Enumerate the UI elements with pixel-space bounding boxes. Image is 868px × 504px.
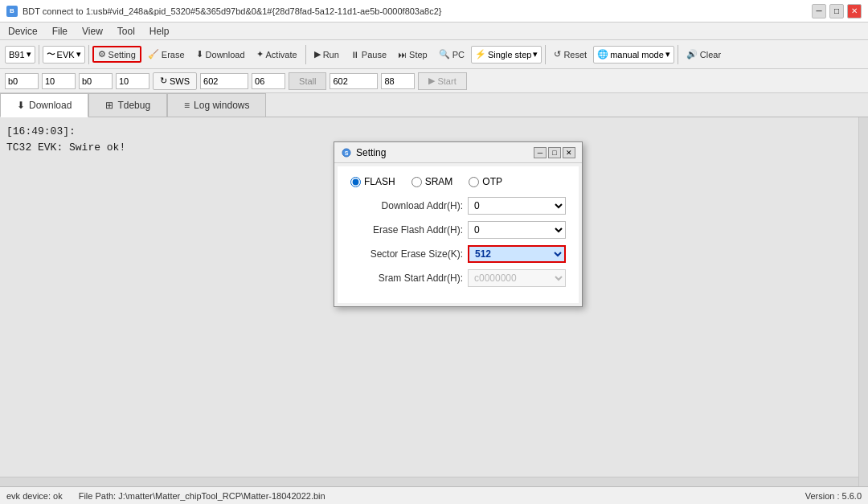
input-b0-2[interactable] — [79, 73, 113, 89]
radio-flash[interactable]: FLASH — [350, 176, 395, 187]
activate-button[interactable]: ✦ Activate — [252, 47, 302, 62]
input-10-2[interactable] — [116, 73, 149, 89]
sector-erase-size-select[interactable]: 512 — [468, 245, 566, 263]
input-10-1[interactable] — [42, 73, 76, 89]
setting-button[interactable]: Setting — [92, 46, 141, 63]
single-step-icon: ⚡ — [475, 49, 486, 59]
erase-icon: 🧹 — [148, 49, 159, 59]
run-icon: ▶ — [314, 49, 321, 59]
dialog-window-controls[interactable]: ─ □ ✕ — [534, 147, 575, 158]
download-addr-label: Download Addr(H): — [350, 200, 463, 211]
reset-button[interactable]: ↺ Reset — [549, 47, 592, 62]
pc-icon: 🔍 — [439, 49, 450, 59]
single-step-label: Single step — [488, 50, 531, 59]
activate-icon: ✦ — [256, 49, 264, 59]
manual-mode-icon: 🌐 — [597, 49, 608, 59]
tab-log[interactable]: ≡ Log windows — [167, 93, 266, 117]
sws-label: SWS — [170, 76, 190, 86]
single-step-selector[interactable]: ⚡ Single step ▾ — [471, 46, 542, 64]
tab-download-icon: ⬇ — [17, 100, 25, 111]
manual-mode-selector[interactable]: 🌐 manual mode ▾ — [593, 46, 674, 64]
download-button[interactable]: Download — [191, 47, 250, 62]
window-title: BDT connect to 1:usb#vid_248a&pid_5320#5… — [23, 6, 442, 16]
input-602-1[interactable] — [200, 73, 248, 89]
minimize-button[interactable]: ─ — [812, 4, 826, 18]
stall-label: Stall — [299, 76, 316, 86]
file-path: File Path: J:\matter\Matter_chipTool_RCP… — [79, 491, 326, 501]
sector-erase-size-row: Sector Erase Size(K): 512 — [350, 245, 566, 263]
evk-selector[interactable]: 〜 EVK ▾ — [43, 46, 85, 64]
modal-overlay: S Setting ─ □ ✕ FLASH — [0, 117, 868, 486]
pause-label: Pause — [362, 50, 387, 59]
close-button[interactable]: ✕ — [847, 4, 862, 18]
menu-view[interactable]: View — [79, 25, 106, 38]
stall-button: Stall — [289, 72, 326, 90]
clear-button[interactable]: 🔊 Clear — [682, 47, 726, 62]
evk-status: evk device: ok — [6, 491, 63, 501]
input-88[interactable] — [381, 73, 415, 89]
sws-button[interactable]: ↻ SWS — [153, 72, 197, 90]
dialog-restore-button[interactable]: □ — [548, 147, 561, 158]
menu-tool[interactable]: Tool — [114, 25, 138, 38]
version: Version : 5.6.0 — [805, 491, 862, 501]
radio-otp[interactable]: OTP — [469, 176, 502, 187]
radio-flash-label: FLASH — [364, 176, 395, 187]
erase-flash-addr-row: Erase Flash Addr(H): 0 — [350, 221, 566, 239]
download-label: Download — [206, 50, 245, 59]
radio-flash-input[interactable] — [350, 177, 361, 187]
reset-icon: ↺ — [554, 49, 561, 59]
radio-otp-label: OTP — [482, 176, 502, 187]
setting-icon — [98, 49, 106, 59]
menu-bar: Device File View Tool Help — [0, 23, 868, 40]
radio-sram-input[interactable] — [411, 177, 422, 187]
memory-type-radio-group: FLASH SRAM OTP — [350, 176, 566, 187]
menu-help[interactable]: Help — [146, 25, 173, 38]
pc-label: PC — [452, 50, 465, 59]
input-06[interactable] — [252, 73, 285, 89]
evk-label: EVK — [57, 50, 75, 59]
step-label: Step — [409, 50, 428, 59]
pause-icon: ⏸ — [350, 50, 359, 59]
sram-start-addr-select[interactable]: c0000000 — [468, 269, 566, 287]
maximize-button[interactable]: □ — [829, 4, 844, 18]
svg-text:S: S — [345, 150, 349, 156]
run-label: Run — [323, 50, 339, 59]
activate-label: Activate — [266, 50, 297, 59]
step-button[interactable]: ⏭ Step — [393, 47, 432, 62]
menu-file[interactable]: File — [49, 25, 71, 38]
radio-otp-input[interactable] — [469, 177, 479, 187]
pause-button[interactable]: ⏸ Pause — [346, 47, 391, 62]
pc-button[interactable]: 🔍 PC — [434, 47, 469, 62]
dialog-title-bar: S Setting ─ □ ✕ — [334, 142, 582, 163]
start-button: ▶ Start — [418, 72, 466, 90]
sep5 — [678, 45, 678, 64]
erase-label: Erase — [162, 50, 185, 59]
erase-flash-addr-select[interactable]: 0 — [468, 221, 566, 239]
main-toolbar: B91 ▾ 〜 EVK ▾ Setting 🧹 Erase Download ✦… — [0, 40, 868, 69]
sws-icon: ↻ — [160, 76, 167, 86]
radio-sram-label: SRAM — [425, 176, 453, 187]
erase-button[interactable]: 🧹 Erase — [143, 47, 190, 62]
download-addr-select[interactable]: 0 — [468, 197, 566, 215]
window-controls[interactable]: ─ □ ✕ — [812, 4, 862, 18]
chip-dropdown-icon: ▾ — [27, 49, 31, 59]
menu-device[interactable]: Device — [5, 25, 41, 38]
radio-sram[interactable]: SRAM — [411, 176, 453, 187]
dialog-body: FLASH SRAM OTP Download Addr(H): — [338, 166, 579, 303]
tab-tdebug[interactable]: ⊞ Tdebug — [88, 93, 167, 117]
setting-dialog: S Setting ─ □ ✕ FLASH — [334, 141, 583, 307]
sram-start-addr-label: Sram Start Addr(H): — [350, 272, 463, 284]
run-button[interactable]: ▶ Run — [309, 47, 344, 62]
tab-log-icon: ≡ — [184, 100, 190, 111]
evk-icon: 〜 — [47, 48, 55, 60]
input-602-2[interactable] — [330, 73, 378, 89]
chip-selector[interactable]: B91 ▾ — [5, 46, 35, 64]
download-addr-row: Download Addr(H): 0 — [350, 197, 566, 215]
status-bar-left: evk device: ok File Path: J:\matter\Matt… — [6, 491, 326, 501]
tab-bar: ⬇ Download ⊞ Tdebug ≡ Log windows — [0, 93, 868, 117]
dialog-close-button[interactable]: ✕ — [563, 147, 575, 158]
input-b0-1[interactable] — [5, 73, 39, 89]
dialog-minimize-button[interactable]: ─ — [534, 147, 547, 158]
tab-download[interactable]: ⬇ Download — [0, 93, 88, 117]
start-label: Start — [437, 76, 456, 86]
